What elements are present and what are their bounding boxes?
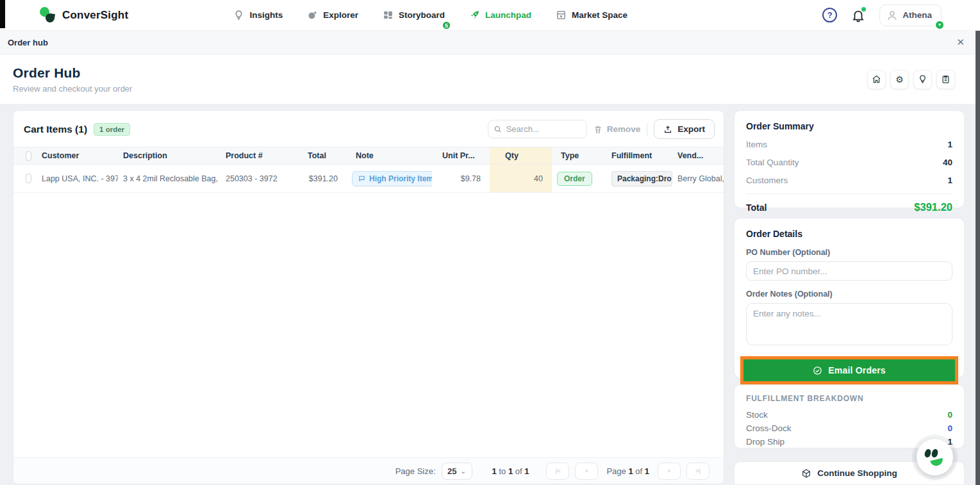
search-box [488,120,587,138]
remove-button[interactable]: Remove [594,124,641,134]
chat-logo-icon [924,448,932,458]
last-page-button[interactable]: >| [686,463,710,480]
select-all-cell [13,147,37,164]
select-all-checkbox[interactable] [26,151,31,161]
search-input[interactable] [488,120,587,138]
nav-item-explorer[interactable]: Explorer [307,10,358,21]
nav-label: Insights [249,10,283,20]
next-page-icon: > [667,468,670,474]
col-description: Description [118,147,220,164]
avatar-icon [886,10,898,21]
page-size-label: Page Size: [395,466,436,476]
summary-row-customers: Customers1 [746,176,952,185]
nav-item-market-space[interactable]: Market Space [556,10,627,21]
summary-row-quantity: Total Quantity40 [746,158,952,167]
col-product: Product # [220,147,297,164]
note-chip[interactable]: High Priority Item [352,171,432,186]
order-count-badge: 1 order [94,123,130,136]
check-circle-icon [813,366,822,375]
chevron-down-icon: ⌄ [461,468,466,475]
package-icon [801,468,811,479]
cart-toolbar: Remove Export [488,119,715,139]
col-customer: Customer [37,147,118,164]
page-indicator: Page 1 of 1 [606,466,649,476]
notifications-bell-icon[interactable] [851,8,865,22]
page-header: Order Hub Review and checkout your order… [0,54,980,104]
email-orders-highlight: Email Orders [740,356,958,384]
nav-label: Launchpad [485,10,531,20]
help-icon[interactable]: ? [822,8,837,22]
nav-item-launchpad[interactable]: Launchpad [469,10,531,21]
orders-list-button[interactable] [936,70,955,89]
tips-button[interactable] [913,70,932,89]
athena-chat-button[interactable] [917,439,953,475]
page-title-block: Order Hub Review and checkout your order [13,65,132,94]
first-page-button[interactable]: |< [546,463,569,480]
nav-item-storyboard[interactable]: Storyboard 5 [383,10,445,21]
total-value: $391.20 [914,201,952,213]
po-number-input[interactable] [746,261,952,281]
prev-page-button[interactable]: < [575,463,598,480]
export-button[interactable]: Export [654,119,715,139]
home-icon [872,74,881,84]
scrollbar[interactable] [976,31,980,485]
gear-icon: ⚙ [895,74,904,85]
cell-qty[interactable]: 40 [490,165,552,192]
type-badge: Order [557,172,592,186]
home-button[interactable] [867,70,886,89]
cell-total: $391.20 [297,165,347,192]
summary-row-items: Items1 [746,140,952,149]
clipboard-icon [941,74,951,84]
close-icon[interactable]: ✕ [956,37,965,48]
cell-vendor: Berry Global, In [672,165,724,192]
order-details-title: Order Details [746,229,952,239]
cell-unit-price: $9.78 [432,165,490,192]
summary-divider [746,193,952,194]
tab-order-hub[interactable]: Order hub [8,38,48,47]
user-status-badge: ▼ [934,20,945,30]
page-title: Order Hub [13,65,132,81]
cell-customer: Lapp USA, INC. - 3972 [37,165,118,192]
row-checkbox[interactable] [26,174,31,183]
next-page-button[interactable]: > [658,463,681,480]
cell-note: High Priority Item [347,165,432,192]
summary-total-row: Total $391.20 [746,201,952,213]
trash-icon [594,125,602,134]
order-notes-textarea[interactable] [746,303,952,345]
main-nav: Insights Explorer Storyboard 5 Launchpa [233,10,717,21]
fulfillment-row-stock: Stock0 [746,410,952,420]
last-page-icon: >| [695,468,701,474]
email-orders-button[interactable]: Email Orders [743,359,955,381]
brand-logo[interactable]: ConverSight [40,7,128,24]
cart-card-header: Cart Items (1) 1 order Remove Export [13,111,724,147]
order-summary-title: Order Summary [746,121,952,131]
page-size-select[interactable]: 25 ⌄ [442,463,472,480]
col-qty: Qty [490,147,552,164]
col-vendor: Vend... [672,147,724,164]
insights-icon [233,10,244,21]
nav-label: Market Space [572,10,627,20]
user-menu[interactable]: Athena ▼ [879,4,942,26]
order-notes-label: Order Notes (Optional) [746,290,952,299]
explorer-icon [307,10,318,21]
cell-fulfillment: Packaging:Drop [606,165,672,192]
settings-button[interactable]: ⚙ [890,70,909,89]
market-space-icon [556,10,567,21]
page-subtitle: Review and checkout your order [13,84,132,94]
col-type: Type [552,147,606,164]
nav-item-insights[interactable]: Insights [233,10,283,21]
cart-items-card: Cart Items (1) 1 order Remove Export [13,110,724,484]
table-header: Customer Description Product # Total Not… [13,147,724,165]
note-bubble-icon [358,175,365,182]
range-text: 1 to 1 of 1 [492,466,529,476]
storyboard-icon [383,10,394,21]
notification-dot [861,7,866,12]
cell-type: Order [552,165,606,192]
nav-label: Explorer [323,10,358,20]
table-empty-space [13,193,724,457]
col-unit-price: Unit Pr... [432,147,490,164]
cart-table-row: Lapp USA, INC. - 3972 3 x 4 2mil Reclosa… [13,165,724,193]
po-number-label: PO Number (Optional) [746,248,952,257]
user-name: Athena [902,10,932,20]
cart-title: Cart Items (1) [24,124,87,135]
